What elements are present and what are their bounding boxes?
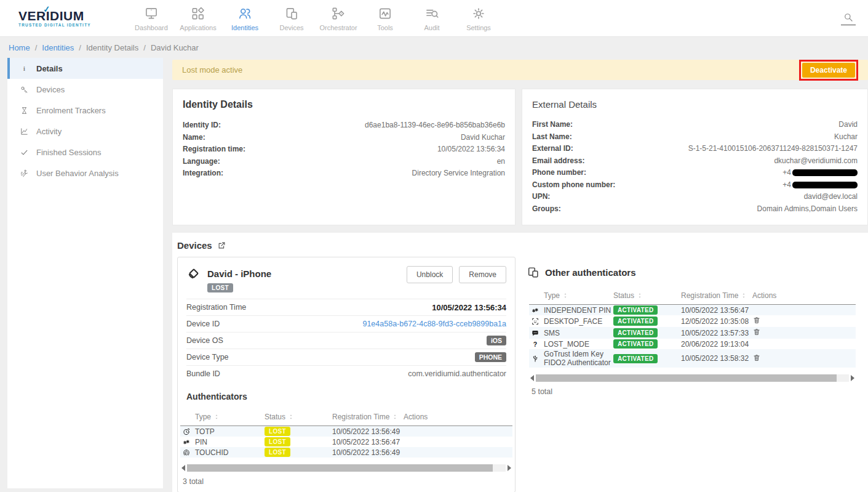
detail-row: Email address: dkuchar@veridiumid.com (532, 155, 858, 167)
authenticator-row: TOUCHID LOST 10/05/2022 13:56:49 (180, 447, 512, 458)
detail-row: UPN: david@dev.local (532, 191, 858, 203)
column-header[interactable]: Registration Time (681, 291, 752, 300)
delete-button[interactable] (752, 353, 761, 364)
column-header[interactable]: Type (195, 413, 265, 421)
horizontal-scrollbar[interactable] (181, 464, 511, 472)
nav-item[interactable]: Devices (268, 6, 315, 31)
unblock-button[interactable]: Unblock (407, 266, 453, 283)
horizontal-scrollbar[interactable] (530, 374, 854, 382)
column-header[interactable]: Status (613, 291, 681, 300)
sort-icon (562, 292, 568, 299)
sidebar-item[interactable]: Devices (7, 79, 163, 100)
column-header[interactable]: Status (265, 413, 332, 421)
authenticators-title: Authenticators (186, 392, 506, 401)
veridium-logo[interactable]: VERIDIUM ✓ TRUSTED DIGITAL IDENTITY (18, 10, 111, 27)
nav-item-label: Settings (466, 24, 491, 31)
breadcrumb-item[interactable]: Home (9, 43, 30, 52)
device-detail-row: Device ID 91e4a58a-b672-4c88-9fd3-cceb98… (186, 315, 506, 332)
tools-icon (377, 6, 393, 22)
sidebar-item-label: Activity (36, 127, 62, 136)
sidebar-item[interactable]: User Behavior Analysis (7, 163, 163, 183)
authenticator-type: DESKTOP_FACE (544, 317, 613, 326)
usb-icon (531, 354, 540, 363)
external-link-icon[interactable] (217, 241, 226, 250)
devices-section-title: Devices (177, 240, 212, 251)
touchid-icon (182, 448, 191, 457)
nav-item[interactable]: Audit (408, 6, 455, 31)
status-badge: ACTIVATED (613, 305, 658, 315)
breadcrumb-item[interactable]: Identity Details (74, 43, 138, 52)
detail-row: First Name: David (532, 119, 858, 131)
detail-row: Identity ID: d6ae1ba8-1139-46ec-8e96-b85… (183, 119, 505, 132)
scroll-right-arrow[interactable] (851, 375, 854, 381)
sms-icon (531, 329, 540, 337)
delete-button[interactable] (752, 316, 761, 326)
delete-button[interactable] (752, 328, 761, 338)
device-status-badge: LOST (207, 283, 233, 292)
registration-time: 10/05/2022 13:57:33 (681, 329, 752, 337)
device-detail-row: Bundle ID com.veridiumid.authenticator (186, 365, 506, 382)
totp-icon (182, 427, 191, 436)
main-content: Lost mode active Deactivate Identity Det… (172, 58, 868, 492)
nav-item-label: Audit (424, 24, 439, 31)
authenticator-row: LOST_MODE ACTIVATED 20/06/2022 19:13:04 (529, 339, 856, 349)
sidebar-item[interactable]: Finished Sessions (7, 142, 163, 163)
detail-row: Integration: Directory Service Integrati… (183, 167, 505, 180)
detail-row: Groups: Domain Admins,Domain Users (532, 203, 858, 216)
remove-button[interactable]: Remove (459, 266, 506, 283)
annotation-highlight-box: Deactivate (799, 60, 858, 81)
scroll-right-arrow[interactable] (508, 465, 511, 471)
status-badge: LOST (265, 427, 290, 436)
nav-item[interactable]: Applications (175, 6, 221, 31)
redaction-bar (792, 169, 858, 176)
breadcrumb-item[interactable]: David Kuchar (138, 43, 199, 52)
device-detail-row: Device OS iOS (186, 332, 506, 349)
column-header[interactable]: Actions (752, 291, 856, 300)
registration-time: 12/05/2022 10:35:08 (681, 317, 752, 326)
sidebar-item[interactable]: Details (7, 58, 163, 79)
sidebar-item[interactable]: Activity (7, 121, 163, 142)
nav-item[interactable]: Settings (455, 6, 502, 31)
nav-item-label: Devices (279, 24, 303, 31)
devices-icon (284, 6, 300, 22)
status-badge: ACTIVATED (613, 354, 658, 363)
sort-icon (213, 414, 220, 420)
authenticator-type: TOUCHID (195, 448, 265, 457)
nav-item[interactable]: Orchestrator (315, 6, 362, 31)
registration-time: 10/05/2022 13:58:32 (681, 354, 752, 363)
nav-item-label: Orchestrator (319, 24, 357, 31)
orchestrator-icon (330, 6, 346, 22)
total-count: 5 total (532, 387, 853, 396)
sidebar-item-label: Devices (36, 85, 65, 94)
breadcrumb-item[interactable]: Identities (30, 43, 74, 52)
status-badge: ACTIVATED (613, 339, 658, 349)
sort-icon (637, 292, 643, 299)
sidebar: Details Devices Enrolment Trackers Activ… (7, 58, 163, 488)
column-header[interactable]: Type (544, 291, 613, 300)
external-details-card: External Details First Name: David Last … (522, 89, 868, 225)
other-authenticators-title: Other authenticators (545, 267, 636, 278)
scroll-left-arrow[interactable] (530, 375, 534, 381)
redaction-bar (792, 182, 858, 188)
deactivate-button[interactable]: Deactivate (802, 63, 855, 78)
nav-item[interactable]: Tools (362, 6, 408, 31)
column-header[interactable]: Registration Time (332, 413, 404, 421)
authenticator-row: DESKTOP_FACE ACTIVATED 12/05/2022 10:35:… (529, 315, 856, 327)
sidebar-item[interactable]: Enrolment Trackers (7, 100, 163, 121)
sort-icon (392, 414, 398, 420)
global-search[interactable] (841, 12, 856, 25)
registration-time: 10/05/2022 13:56:49 (332, 448, 404, 457)
nav-item[interactable]: Identities (221, 6, 268, 31)
authenticator-type: LOST_MODE (544, 340, 613, 349)
external-details-title: External Details (532, 99, 858, 110)
scroll-left-arrow[interactable] (181, 465, 185, 471)
nav-item[interactable]: Dashboard (128, 6, 175, 31)
scrollbar-thumb[interactable] (187, 464, 493, 472)
nav-item-label: Dashboard (135, 24, 168, 31)
column-header[interactable]: Actions (404, 413, 512, 421)
user-behavior-icon (20, 169, 29, 178)
other-authenticators-icon (527, 265, 540, 279)
authenticator-type: TOTP (195, 427, 265, 436)
authenticator-row: PIN LOST 10/05/2022 13:56:47 (180, 437, 512, 447)
scrollbar-thumb[interactable] (536, 374, 837, 382)
